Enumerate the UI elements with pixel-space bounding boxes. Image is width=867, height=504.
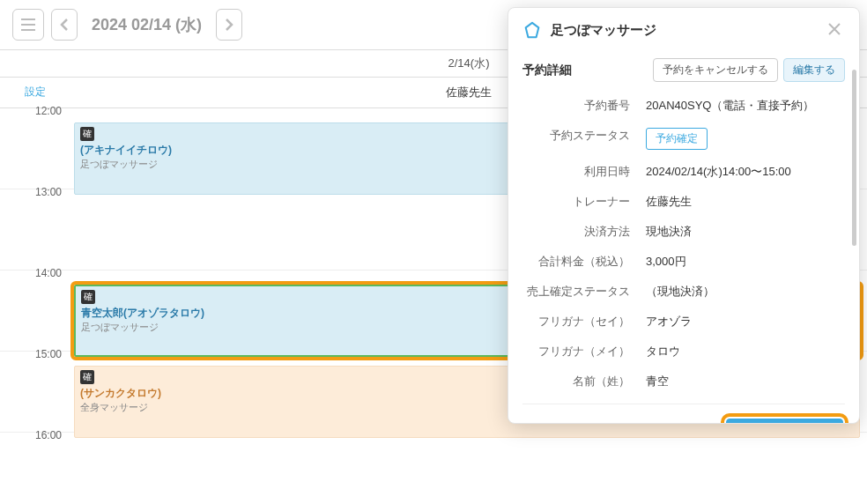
next-reservation-button[interactable]: 次回予約をする — [726, 419, 843, 423]
date-title: 2024 02/14 (水) — [92, 14, 202, 35]
time-label: 14:00 — [0, 263, 70, 344]
panel-header: 足つぼマッサージ — [508, 8, 859, 53]
time-label: 13:00 — [0, 182, 70, 263]
detail-row-furigana-mei: フリガナ（メイ） タロウ — [522, 337, 845, 367]
edit-button[interactable]: 編集する — [783, 58, 845, 82]
menu-icon — [21, 19, 35, 31]
scrollbar[interactable] — [852, 70, 856, 246]
panel-body: 予約詳細 予約をキャンセルする 編集する 予約番号 20AN40SYQ（電話・直… — [508, 53, 859, 423]
detail-row-total: 合計料金（税込） 3,000円 — [522, 247, 845, 277]
menu-button[interactable] — [12, 9, 44, 41]
event-badge: 確 — [80, 370, 94, 384]
status-badge: 予約確定 — [646, 128, 708, 150]
time-label: 15:00 — [0, 345, 70, 425]
detail-row-furigana-sei: フリガナ（セイ） アオゾラ — [522, 307, 845, 337]
detail-row-number: 予約番号 20AN40SYQ（電話・直接予約） — [522, 91, 845, 121]
close-button[interactable] — [824, 20, 845, 41]
service-icon — [522, 21, 542, 41]
detail-row-payment: 決済方法 現地決済 — [522, 217, 845, 247]
prev-button[interactable] — [51, 9, 78, 41]
chevron-right-icon — [225, 19, 233, 31]
reservation-detail-panel: 足つぼマッサージ 予約詳細 予約をキャンセルする 編集する 予約番号 20AN4… — [508, 7, 860, 424]
time-label: 12:00 — [0, 101, 70, 182]
next-button[interactable] — [216, 9, 242, 41]
time-label: 16:00 — [0, 426, 70, 504]
detail-row-name-sei: 名前（姓） 青空 — [522, 367, 845, 397]
section-title: 予約詳細 — [522, 63, 572, 78]
detail-row-trainer: トレーナー 佐藤先生 — [522, 187, 845, 217]
chevron-left-icon — [60, 19, 69, 31]
event-badge: 確 — [81, 290, 95, 304]
detail-row-sales: 売上確定ステータス （現地決済） — [522, 277, 845, 307]
detail-row-datetime: 利用日時 2024/02/14(水)14:00〜15:00 — [522, 157, 845, 187]
next-reservation-section: 次回予約 次回予約をする — [522, 404, 845, 423]
close-icon — [827, 22, 841, 36]
detail-row-status: 予約ステータス 予約確定 — [522, 121, 845, 157]
event-badge: 確 — [80, 127, 94, 141]
cancel-reservation-button[interactable]: 予約をキャンセルする — [653, 58, 778, 82]
next-button-highlight: 次回予約をする — [724, 417, 845, 423]
panel-title: 足つぼマッサージ — [551, 22, 815, 39]
